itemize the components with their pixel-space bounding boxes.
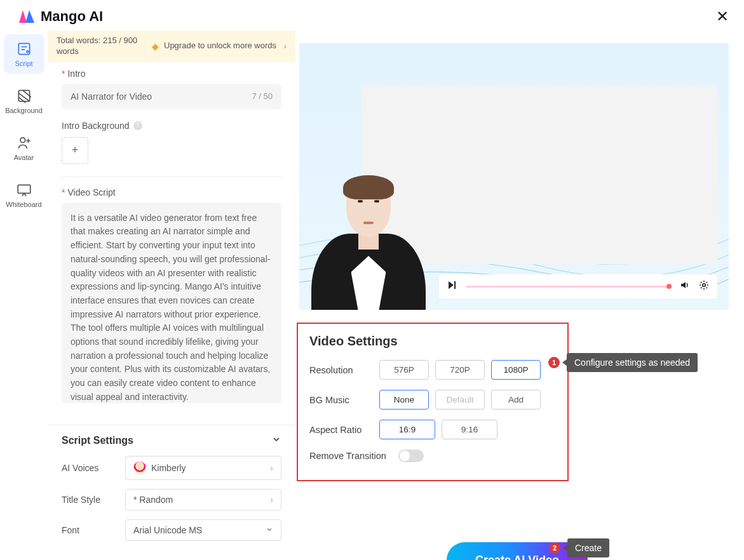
callout-2-badge: 2 — [549, 542, 560, 554]
video-settings-panel: Video Settings Resolution 576P 720P 1080… — [297, 323, 569, 481]
preview-avatar — [308, 145, 429, 310]
resolution-720p-button[interactable]: 720P — [435, 360, 485, 380]
sidebar-item-background[interactable]: Background — [4, 81, 44, 121]
font-label: Font — [62, 525, 125, 535]
diamond-icon: ◆ — [152, 41, 159, 51]
aspect-16-9-button[interactable]: 16:9 — [379, 420, 435, 439]
add-intro-background-button[interactable]: + — [62, 137, 88, 164]
sidebar-item-avatar[interactable]: Avatar — [4, 128, 44, 168]
avatar-icon — [16, 135, 32, 151]
callout-1-text: Configure settings as needed — [567, 353, 698, 372]
whiteboard-icon — [16, 182, 32, 198]
bgmusic-default-button[interactable]: Default — [435, 390, 485, 410]
svg-point-6 — [703, 284, 706, 287]
resolution-label: Resolution — [309, 365, 373, 375]
voice-avatar-icon — [133, 462, 146, 474]
ai-voices-label: AI Voices — [62, 463, 125, 473]
resolution-576p-button[interactable]: 576P — [379, 360, 429, 380]
callout-1-badge: 1 — [548, 357, 560, 368]
script-settings-title: Script Settings — [62, 435, 133, 446]
sidebar-item-label: Background — [5, 107, 43, 114]
chevron-right-icon: › — [270, 463, 273, 473]
title-style-select[interactable]: * Random › — [125, 489, 281, 510]
seek-slider[interactable] — [466, 286, 672, 288]
help-icon[interactable]: ? — [133, 121, 142, 130]
intro-background-label: Intro Background ? — [62, 121, 281, 131]
word-count: Total words: 215 / 900 words — [57, 36, 152, 57]
aspect-9-16-button[interactable]: 9:16 — [442, 420, 497, 439]
sidebar: Script Background Avatar Whiteboard — [0, 30, 48, 559]
video-script-textarea[interactable]: It is a versatile AI video generator fro… — [62, 203, 281, 403]
player-bar — [439, 274, 717, 298]
svg-rect-4 — [18, 185, 30, 193]
gear-icon[interactable] — [698, 279, 710, 293]
sidebar-item-script[interactable]: Script — [4, 34, 44, 74]
logo-icon — [18, 9, 36, 24]
sidebar-item-whiteboard[interactable]: Whiteboard — [4, 175, 44, 215]
callout-2: 2 Create — [549, 538, 609, 557]
chevron-down-icon — [266, 525, 273, 535]
video-settings-title: Video Settings — [309, 334, 556, 349]
resolution-1080p-button[interactable]: 1080P — [491, 360, 541, 380]
intro-label: *Intro — [62, 69, 281, 79]
svg-point-1 — [26, 51, 28, 53]
svg-rect-5 — [454, 281, 456, 289]
font-select[interactable]: Arial Unicode MS — [125, 519, 281, 541]
upgrade-text: Upgrade to unlock more words — [164, 41, 284, 51]
chevron-right-icon: › — [284, 41, 287, 51]
intro-counter: 7 / 50 — [252, 91, 273, 101]
aspect-label: Aspect Ratio — [309, 425, 373, 435]
intro-input[interactable]: AI Narrator for Video 7 / 50 — [62, 84, 281, 109]
bgmusic-none-button[interactable]: None — [379, 390, 429, 410]
svg-point-3 — [20, 138, 25, 143]
ai-voices-select[interactable]: Kimberly › — [125, 456, 281, 480]
bgmusic-label: BG Music — [309, 395, 373, 405]
background-icon — [16, 88, 32, 104]
play-next-icon[interactable] — [447, 279, 458, 293]
sidebar-item-label: Avatar — [14, 154, 34, 161]
close-icon[interactable]: ✕ — [716, 8, 729, 25]
script-settings-toggle[interactable]: Script Settings — [62, 434, 281, 447]
volume-icon[interactable] — [679, 279, 691, 293]
callout-1: 1 Configure settings as needed — [548, 353, 698, 372]
remove-transition-toggle[interactable] — [398, 450, 424, 462]
video-script-label: *Video Script — [62, 187, 281, 197]
intro-value: AI Narrator for Video — [71, 91, 152, 102]
title-style-label: Title Style — [62, 495, 125, 505]
chevron-down-icon — [271, 434, 281, 447]
brand-logo: Mango AI — [18, 8, 103, 25]
sidebar-item-label: Whiteboard — [6, 201, 41, 208]
script-icon — [16, 41, 32, 57]
brand-name: Mango AI — [41, 8, 103, 25]
bgmusic-add-button[interactable]: Add — [491, 390, 541, 410]
sidebar-item-label: Script — [15, 60, 32, 67]
chevron-right-icon: › — [270, 495, 273, 505]
divider — [62, 177, 281, 177]
remove-transition-label: Remove Transition — [309, 451, 392, 461]
callout-2-text: Create — [567, 538, 609, 557]
preview-canvas — [299, 43, 729, 310]
upgrade-banner[interactable]: Total words: 215 / 900 words ◆ Upgrade t… — [48, 30, 295, 62]
